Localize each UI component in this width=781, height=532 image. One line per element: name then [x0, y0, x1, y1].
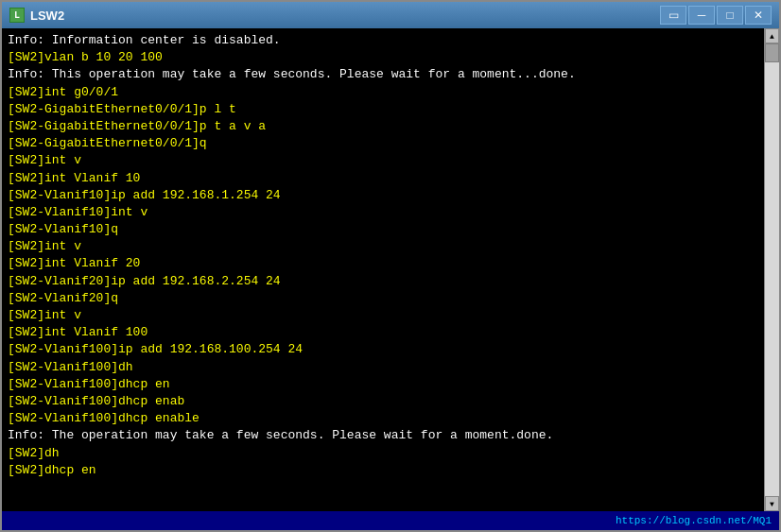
terminal-line: [SW2-Vlanif100]dh — [8, 359, 758, 376]
status-url: https://blog.csdn.net/MQ1 — [616, 515, 772, 526]
title-bar-buttons: ▭ ─ □ ✕ — [660, 6, 772, 25]
main-window: L LSW2 ▭ ─ □ ✕ Info: Information center … — [0, 0, 781, 532]
terminal-line: [SW2]int g0/0/1 — [8, 84, 758, 101]
scroll-thumb[interactable] — [765, 43, 779, 62]
title-bar: L LSW2 ▭ ─ □ ✕ — [2, 2, 779, 28]
scrollbar[interactable]: ▲ ▼ — [764, 28, 779, 511]
terminal-line: [SW2-Vlanif100]ip add 192.168.100.254 24 — [8, 341, 758, 358]
terminal-line: [SW2-GigabitEthernet0/0/1]p t a v a — [8, 118, 758, 135]
terminal-content[interactable]: Info: Information center is disabled. [S… — [2, 28, 764, 511]
terminal-line: Info: The operation may take a few secon… — [8, 427, 758, 444]
scroll-track[interactable] — [765, 43, 779, 496]
terminal-line: [SW2-Vlanif10]int v — [8, 204, 758, 221]
terminal-line: [SW2]int v — [8, 307, 758, 324]
terminal-line: [SW2]int Vlanif 100 — [8, 324, 758, 341]
status-bar: https://blog.csdn.net/MQ1 — [2, 511, 779, 530]
terminal-line: [SW2]vlan b 10 20 100 — [8, 49, 758, 66]
terminal-line: Info: This operation may take a few seco… — [8, 66, 758, 83]
terminal-line: [SW2-GigabitEthernet0/0/1]p l t — [8, 101, 758, 118]
minimize-button[interactable]: ─ — [688, 6, 715, 25]
terminal-line: [SW2-Vlanif10]q — [8, 221, 758, 238]
terminal-line: Info: Information center is disabled. — [8, 32, 758, 49]
terminal-line: [SW2-Vlanif100]dhcp enab — [8, 393, 758, 410]
terminal-line: [SW2-Vlanif20]ip add 192.168.2.254 24 — [8, 273, 758, 290]
terminal-line: [SW2-Vlanif20]q — [8, 290, 758, 307]
terminal-line: [SW2]int v — [8, 152, 758, 169]
terminal-line: [SW2-Vlanif100]dhcp enable — [8, 410, 758, 427]
terminal-container: Info: Information center is disabled. [S… — [2, 28, 779, 511]
window-icon: L — [9, 8, 25, 23]
terminal-line: [SW2-GigabitEthernet0/0/1]q — [8, 135, 758, 152]
maximize-button[interactable]: □ — [717, 6, 743, 25]
window-title: LSW2 — [30, 9, 660, 23]
terminal-line: [SW2]int Vlanif 20 — [8, 255, 758, 272]
terminal-line: [SW2]int Vlanif 10 — [8, 170, 758, 187]
scroll-down-button[interactable]: ▼ — [765, 496, 779, 511]
restore-button[interactable]: ▭ — [660, 6, 686, 25]
terminal-line: [SW2]dhcp en — [8, 462, 758, 479]
terminal-line: [SW2]dh — [8, 445, 758, 462]
terminal-line: [SW2]int v — [8, 238, 758, 255]
close-button[interactable]: ✕ — [745, 6, 772, 25]
terminal-line: [SW2-Vlanif10]ip add 192.168.1.254 24 — [8, 187, 758, 204]
terminal-line: [SW2-Vlanif100]dhcp en — [8, 376, 758, 393]
scroll-up-button[interactable]: ▲ — [765, 28, 779, 43]
